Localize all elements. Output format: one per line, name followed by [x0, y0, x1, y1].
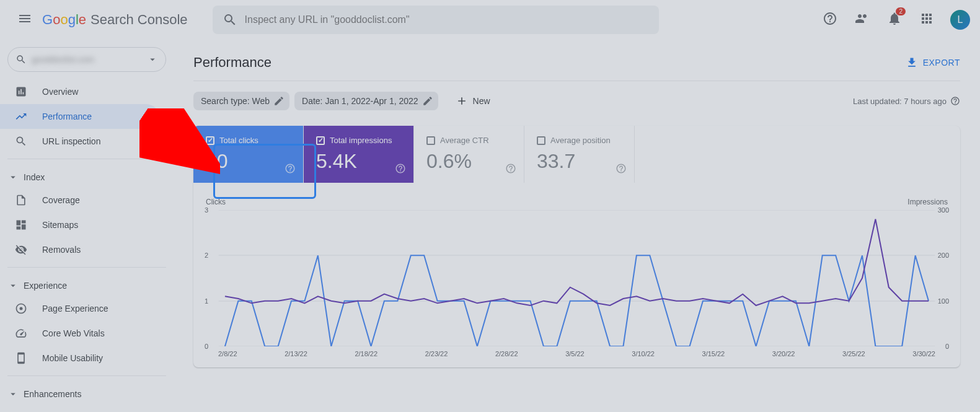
product-name: Search Console [90, 12, 188, 28]
url-inspect-input[interactable] [245, 14, 649, 25]
apps-icon [919, 11, 934, 26]
notification-badge: 2 [896, 7, 906, 15]
search-icon [223, 12, 237, 27]
header-actions: 2 L [816, 5, 970, 35]
help-button[interactable] [816, 5, 844, 35]
help-icon [823, 11, 837, 26]
notifications-button[interactable]: 2 [881, 5, 908, 35]
users-icon [855, 11, 870, 26]
url-inspect-bar[interactable] [213, 6, 659, 34]
hamburger-icon [17, 11, 32, 26]
users-button[interactable] [849, 5, 876, 35]
app-header: Google Search Console 2 L [0, 0, 980, 40]
svg-text:Google: Google [42, 12, 86, 27]
account-avatar[interactable]: L [950, 10, 970, 30]
apps-button[interactable] [913, 5, 940, 35]
product-logo[interactable]: Google Search Console [42, 12, 188, 28]
menu-button[interactable] [10, 4, 40, 36]
google-logo-icon: Google [42, 12, 88, 27]
